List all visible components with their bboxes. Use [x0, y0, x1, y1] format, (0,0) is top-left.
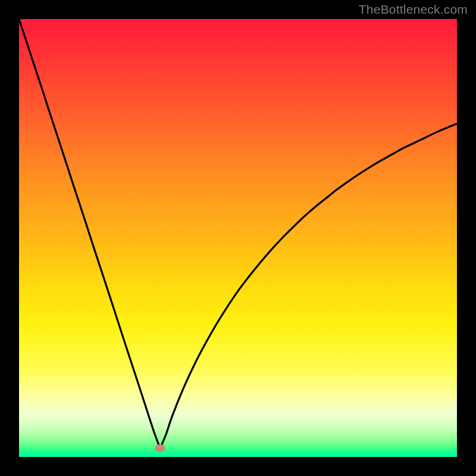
chart-stage: TheBottleneck.com — [0, 0, 476, 476]
min-marker — [155, 444, 165, 452]
bottleneck-curve — [19, 19, 457, 457]
watermark-text: TheBottleneck.com — [359, 2, 468, 17]
plot-area — [19, 19, 457, 457]
